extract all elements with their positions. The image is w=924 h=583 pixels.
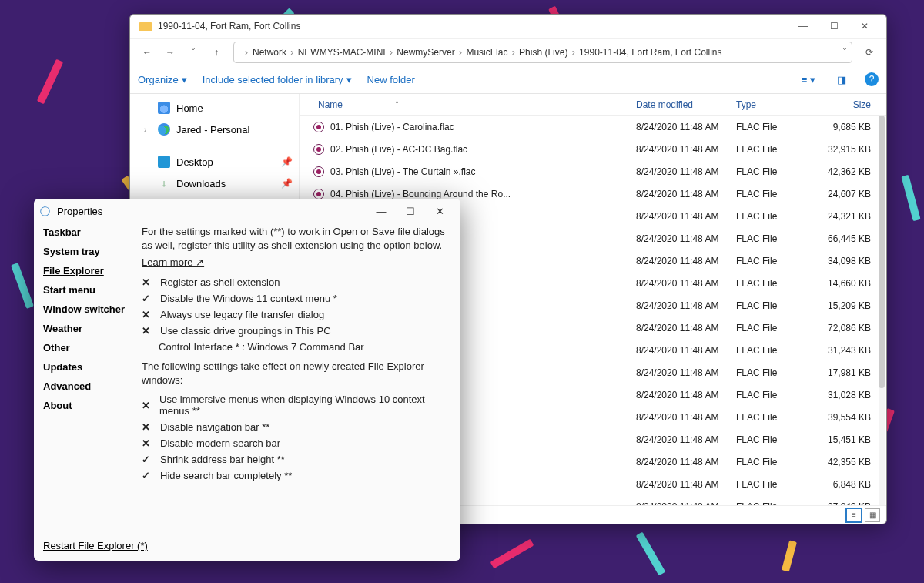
help-icon[interactable]: ? (865, 72, 879, 86)
minimize-button[interactable]: — (788, 15, 819, 38)
check-icon: ✓ (142, 293, 152, 304)
nav-item-system-tray[interactable]: System tray (43, 246, 142, 257)
file-row[interactable]: 03. Phish (Live) - The Curtain ».flac8/2… (300, 160, 886, 183)
x-icon: ✕ (142, 276, 152, 288)
sidebar-item-downloads[interactable]: ↓Downloads📌 (130, 173, 299, 194)
file-size: 31,028 KB (817, 390, 886, 400)
back-button[interactable]: ← (136, 42, 158, 63)
breadcrumb-segment[interactable]: Network (251, 47, 288, 58)
option-toggle[interactable]: ✓Shrink address bar height ** (142, 451, 447, 467)
column-name[interactable]: Name˄ (300, 99, 636, 110)
file-size: 14,660 KB (817, 278, 886, 289)
vertical-scrollbar[interactable] (879, 116, 885, 505)
nav-item-about[interactable]: About (43, 400, 142, 411)
flac-file-icon (313, 122, 324, 132)
file-row[interactable]: 01. Phish (Live) - Carolina.flac8/24/202… (300, 116, 886, 138)
file-type: FLAC File (736, 189, 817, 199)
include-in-library-menu[interactable]: Include selected folder in library ▾ (203, 74, 352, 85)
dialog-titlebar[interactable]: ⓘ Properties — ☐ ✕ (34, 199, 460, 223)
sidebar-item-home[interactable]: Home (130, 97, 299, 119)
file-date: 8/24/2020 11:48 AM (636, 479, 736, 490)
file-type: FLAC File (736, 144, 817, 155)
option-label: Hide search bar completely ** (160, 470, 292, 481)
control-interface-row[interactable]: Control Interface * : Windows 7 Command … (142, 339, 447, 355)
view-menu-icon[interactable]: ≡ ▾ (798, 72, 819, 87)
close-button[interactable]: ✕ (849, 15, 880, 38)
icons-view-button[interactable]: ▦ (865, 508, 880, 522)
properties-nav: TaskbarSystem trayFile ExplorerStart men… (34, 223, 142, 534)
option-toggle[interactable]: ✕Disable modern search bar (142, 435, 447, 451)
breadcrumb-segment[interactable]: Phish (Live) (517, 47, 569, 58)
nav-item-updates[interactable]: Updates (43, 361, 142, 373)
sidebar-item-desktop[interactable]: Desktop📌 (130, 151, 299, 173)
option-toggle[interactable]: ✕Use immersive menus when displaying Win… (142, 391, 447, 419)
recent-dropdown[interactable]: ˅ (182, 42, 204, 63)
breadcrumb-segment[interactable]: MusicFlac (464, 47, 509, 58)
properties-content: For the settings marked with (**) to wor… (142, 223, 460, 534)
file-name: 04. Phish (Live) - Bouncing Around the R… (330, 189, 511, 199)
option-label: Disable modern search bar (160, 437, 280, 449)
nav-item-file-explorer[interactable]: File Explorer (43, 265, 142, 276)
refresh-button[interactable]: ⟳ (859, 42, 880, 63)
file-type: FLAC File (736, 457, 817, 467)
desktop-icon (158, 156, 170, 168)
file-row[interactable]: 02. Phish (Live) - AC-DC Bag.flac8/24/20… (300, 138, 886, 160)
breadcrumb-segment[interactable]: 1990-11-04, Fort Ram, Fort Collins (578, 47, 723, 58)
preview-pane-icon[interactable]: ◨ (834, 72, 849, 87)
titlebar[interactable]: 1990-11-04, Fort Ram, Fort Collins — ☐ ✕ (130, 15, 886, 38)
organize-menu[interactable]: Organize ▾ (138, 74, 187, 85)
file-size: 42,355 KB (817, 457, 886, 467)
column-type[interactable]: Type (736, 99, 817, 110)
learn-more-link[interactable]: Learn more ↗ (142, 256, 204, 268)
maximize-button[interactable]: ☐ (396, 200, 425, 222)
nav-item-advanced[interactable]: Advanced (43, 380, 142, 392)
option-toggle[interactable]: ✕Use classic drive groupings in This PC (142, 323, 447, 339)
maximize-button[interactable]: ☐ (819, 15, 849, 38)
file-date: 8/24/2020 11:48 AM (636, 412, 736, 423)
nav-item-weather[interactable]: Weather (43, 323, 142, 334)
nav-item-other[interactable]: Other (43, 342, 142, 353)
option-toggle[interactable]: ✓Hide search bar completely ** (142, 467, 447, 484)
nav-item-window-switcher[interactable]: Window switcher (43, 303, 142, 315)
column-size[interactable]: Size (817, 99, 886, 110)
option-toggle[interactable]: ✕Always use legacy file transfer dialog (142, 307, 447, 323)
new-folder-button[interactable]: New folder (367, 74, 415, 85)
details-view-button[interactable]: ≡ (846, 508, 862, 522)
option-label: Disable navigation bar ** (160, 421, 270, 433)
minimize-button[interactable]: — (367, 200, 396, 222)
onedrive-icon (158, 123, 170, 136)
address-bar[interactable]: › Network › NEWMYS-MAC-MINI › NewmyServe… (233, 42, 852, 63)
option-label: Always use legacy file transfer dialog (160, 309, 324, 320)
file-size: 42,362 KB (817, 166, 886, 177)
x-icon: ✕ (142, 309, 152, 320)
column-headers: Name˄ Date modified Type Size (300, 94, 886, 116)
option-toggle[interactable]: ✕Disable navigation bar ** (142, 419, 447, 435)
flac-file-icon (313, 166, 324, 177)
nav-item-start-menu[interactable]: Start menu (43, 284, 142, 296)
file-size: 32,915 KB (817, 144, 886, 155)
up-button[interactable]: ↑ (206, 42, 227, 63)
forward-button[interactable]: → (159, 42, 181, 63)
expand-caret-icon[interactable]: › (144, 126, 152, 134)
dialog-title: Properties (57, 206, 102, 217)
column-date[interactable]: Date modified (636, 99, 736, 110)
breadcrumb-segment[interactable]: NEWMYS-MAC-MINI (296, 47, 387, 58)
nav-item-taskbar[interactable]: Taskbar (43, 226, 142, 238)
sidebar-item-personal[interactable]: ›Jared - Personal (130, 119, 299, 140)
option-label: Register as shell extension (160, 276, 280, 288)
sort-caret-icon: ˄ (395, 100, 399, 109)
option-label: Use immersive menus when displaying Wind… (159, 394, 447, 417)
option-toggle[interactable]: ✓Disable the Windows 11 context menu * (142, 290, 447, 307)
file-size: 34,098 KB (817, 256, 886, 266)
address-dropdown-icon[interactable]: ˅ (842, 47, 847, 58)
properties-icon: ⓘ (40, 205, 52, 217)
option-toggle[interactable]: ✕Register as shell extension (142, 274, 447, 290)
file-type: FLAC File (736, 233, 817, 244)
breadcrumb-segment[interactable]: NewmyServer (395, 47, 456, 58)
flac-file-icon (313, 189, 324, 199)
file-date: 8/24/2020 11:48 AM (636, 144, 736, 155)
restart-explorer-link[interactable]: Restart File Explorer (*) (43, 540, 148, 551)
close-button[interactable]: ✕ (425, 200, 454, 222)
file-type: FLAC File (736, 367, 817, 378)
x-icon: ✕ (142, 400, 152, 411)
